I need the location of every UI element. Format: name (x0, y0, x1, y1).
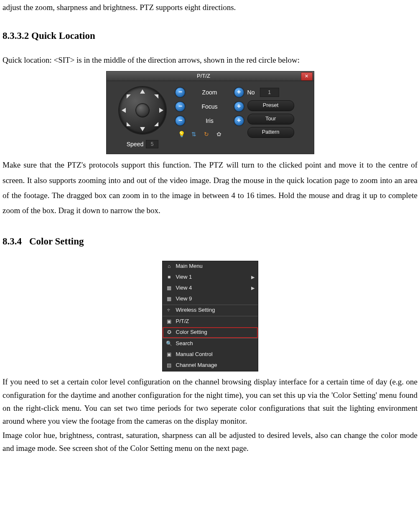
menu-item[interactable]: ᯤWireless Setting (163, 305, 258, 316)
menu-item-icon: ▣ (166, 317, 173, 326)
submenu-arrow-icon: ▶ (251, 284, 255, 293)
focus-label: Focus (189, 101, 229, 112)
menu-item-icon: ▤ (166, 361, 173, 370)
heading-color-setting-text: Color Setting (29, 236, 84, 247)
arrow-left-icon[interactable] (122, 108, 126, 113)
context-menu: ⌂Main Menu■View 1▶▦View 4▶▦View 9ᯤWirele… (162, 261, 258, 371)
arrow-down-icon[interactable] (140, 127, 145, 131)
zoom-label: Zoom (189, 87, 229, 98)
speed-input[interactable]: 5 (146, 140, 158, 148)
menu-item[interactable]: ▦View 4▶ (163, 283, 258, 294)
arrow-up-icon[interactable] (140, 89, 145, 94)
tour-button[interactable]: Tour (247, 114, 294, 125)
menu-item-icon: 🔍 (166, 339, 173, 348)
menu-item-label: Channel Manage (176, 360, 255, 371)
menu-item-icon: ᯤ (166, 305, 173, 315)
submenu-arrow-icon: ▶ (251, 273, 255, 282)
menu-item-icon: ▣ (166, 350, 173, 359)
light-icon[interactable]: 💡 (178, 130, 185, 138)
menu-item-label: Wireless Setting (176, 305, 255, 315)
menu-item-icon: ▦ (166, 283, 173, 293)
iris-label: Iris (189, 115, 229, 127)
intro-line: adjust the zoom, sharpness and brightnes… (3, 0, 417, 15)
arrow-right-icon[interactable] (159, 108, 163, 113)
ptz-direction-pad[interactable] (118, 86, 167, 135)
preset-no-value[interactable]: 1 (260, 88, 279, 97)
preset-no-label: No (247, 87, 255, 98)
heading-color-setting-num: 8.3.4 (3, 236, 22, 247)
iris-minus-button[interactable]: − (175, 116, 185, 126)
gear-icon[interactable]: ✿ (215, 130, 223, 138)
sit-button[interactable] (136, 104, 149, 117)
reset-icon[interactable]: ↻ (203, 130, 210, 138)
menu-item[interactable]: ■View 1▶ (163, 272, 258, 283)
menu-item[interactable]: ▣Manual Control (163, 349, 258, 360)
menu-item-icon: ⌂ (166, 262, 173, 271)
focus-minus-button[interactable]: − (175, 102, 185, 112)
menu-item[interactable]: ▦View 9 (163, 294, 258, 305)
menu-item-label: P/T/Z (176, 316, 255, 327)
menu-item-icon: ▦ (166, 294, 173, 304)
close-icon[interactable]: ✕ (301, 72, 313, 81)
preset-button[interactable]: Preset (247, 100, 294, 111)
menu-item-label: Search (176, 338, 255, 349)
menu-item-label: Color Setting (176, 327, 255, 338)
menu-item-label: Manual Control (176, 349, 255, 360)
menu-item[interactable]: ▤Channel Manage (163, 360, 258, 371)
quick-location-intro: Quick location: <SIT> is in the middle o… (3, 53, 417, 68)
color-setting-p2: Image color hue, brightness, contrast, s… (3, 429, 417, 455)
color-setting-p1: If you need to set a certain color level… (3, 375, 417, 427)
flip-icon[interactable]: ⇅ (190, 130, 198, 138)
menu-item-icon: ■ (166, 272, 173, 282)
menu-item[interactable]: 🔍Search (163, 338, 258, 349)
ptz-title: P/T/Z (107, 71, 301, 81)
zoom-minus-button[interactable]: − (175, 87, 185, 97)
menu-item-label: View 9 (176, 294, 255, 304)
menu-item[interactable]: ✪Color Setting (163, 327, 258, 338)
menu-item-label: View 1 (176, 272, 248, 282)
heading-color-setting: 8.3.4Color Setting (3, 232, 417, 251)
quick-location-body: Make sure that the PTZ's protocols suppo… (3, 158, 417, 218)
menu-item[interactable]: ⌂Main Menu (163, 261, 258, 272)
iris-plus-button[interactable]: + (234, 116, 244, 126)
zoom-plus-button[interactable]: + (234, 87, 244, 97)
speed-label: Speed (127, 139, 143, 150)
heading-quick-location: 8.3.3.2 Quick Location (3, 27, 417, 45)
focus-plus-button[interactable]: + (234, 102, 244, 112)
menu-item-icon: ✪ (166, 328, 173, 337)
context-menu-figure: ⌂Main Menu■View 1▶▦View 4▶▦View 9ᯤWirele… (3, 261, 417, 372)
ptz-titlebar: P/T/Z ✕ (106, 71, 314, 81)
menu-item-label: View 4 (176, 283, 248, 293)
menu-item-label: Main Menu (176, 261, 255, 272)
menu-item[interactable]: ▣P/T/Z (163, 316, 258, 327)
pattern-button[interactable]: Pattern (247, 127, 294, 138)
ptz-panel-figure: P/T/Z ✕ Speed 5 (3, 71, 417, 155)
